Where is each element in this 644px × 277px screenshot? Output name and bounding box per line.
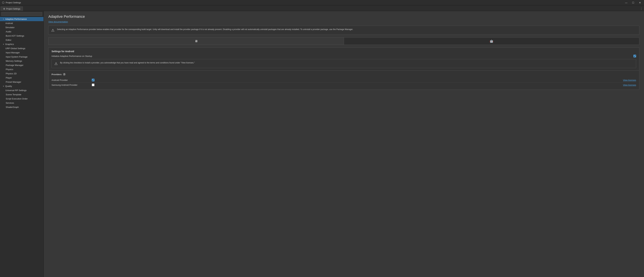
providers-section: Providers ? Android Provider View licens… — [48, 71, 639, 90]
project-settings-tab[interactable]: ⚙ Project Settings — [1, 6, 23, 11]
title-bar-left: ⬡ Project Settings — [2, 1, 21, 4]
sidebar-item-label: Adaptive Performance — [5, 18, 27, 20]
tab-bar: ⚙ Project Settings ⋮ — [0, 5, 644, 11]
info-icon: ⚠ — [51, 28, 54, 32]
title-bar: ⬡ Project Settings — ☐ ✕ — [0, 0, 644, 5]
sidebar-item-universal-rp[interactable]: Universal RP Settings — [0, 88, 44, 92]
sidebar-item-shadergraph[interactable]: ShaderGraph — [0, 105, 44, 109]
close-button[interactable]: ✕ — [638, 1, 642, 4]
view-documentation-link[interactable]: View documentation — [48, 20, 68, 23]
provider-name: Samsung Android Provider — [52, 84, 88, 86]
content-area: Adaptive Performance View documentation … — [44, 11, 644, 277]
sidebar-item-package-manager[interactable]: Package Manager — [0, 63, 44, 67]
sidebar-item-memory-settings[interactable]: Memory Settings — [0, 59, 44, 63]
init-label: Initialize Adaptive Performance on Start… — [52, 55, 92, 58]
provider-checkbox-android-provider[interactable] — [92, 79, 94, 81]
sidebar-item-physics-2d[interactable]: Physics 2D — [0, 72, 44, 76]
sidebar-item-label: Android — [5, 22, 13, 24]
android-icon: 🤖 — [490, 39, 493, 43]
sidebar-item-label: Preset Manager — [6, 81, 21, 83]
sidebar-item-quality[interactable]: ▼Quality — [0, 84, 44, 88]
sidebar-item-player[interactable]: Player — [0, 76, 44, 80]
sidebar-item-label: Input System Package — [6, 56, 28, 58]
sidebar-item-label: Physics — [6, 68, 13, 71]
sidebar-items-container: ▼Adaptive PerformanceAndroidSimulatorAud… — [0, 17, 44, 109]
search-bar — [0, 11, 44, 17]
sidebar-item-label: Quality — [5, 85, 12, 88]
providers-list: Android Provider View licenses Samsung A… — [52, 78, 636, 87]
sidebar-item-label: Memory Settings — [6, 60, 22, 62]
expand-icon: ▼ — [3, 18, 4, 20]
provider-row-samsung-provider: Samsung Android Provider View licenses — [52, 82, 636, 87]
sidebar-item-label: Audio — [6, 30, 11, 33]
sidebar-item-burst-aot[interactable]: Burst AOT Settings — [0, 34, 44, 38]
providers-header: Providers ? — [52, 73, 636, 76]
unity-icon: ⬡ — [2, 1, 4, 4]
sidebar-item-physics[interactable]: Physics — [0, 67, 44, 72]
sidebar-item-urp-global[interactable]: URP Global Settings — [0, 46, 44, 50]
platform-tabs: 🖥 🤖 — [48, 38, 639, 45]
android-settings-section: Settings for Android Initialize Adaptive… — [48, 48, 639, 71]
sidebar-item-editor[interactable]: Editor — [0, 38, 44, 42]
sidebar-item-input-system[interactable]: Input System Package — [0, 55, 44, 59]
sidebar-item-label: Graphics — [5, 43, 14, 46]
provider-name: Android Provider — [52, 79, 88, 81]
providers-title: Providers — [52, 73, 62, 76]
sidebar-item-adaptive-performance[interactable]: ▼Adaptive Performance — [0, 17, 44, 21]
sidebar-item-android[interactable]: Android — [0, 21, 44, 25]
minimize-button[interactable]: — — [624, 1, 628, 4]
settings-section-title: Settings for Android — [52, 50, 636, 53]
sidebar-item-services[interactable]: Services — [0, 101, 44, 105]
sidebar-item-label: Physics 2D — [6, 72, 16, 75]
info-message-text: Selecting an Adaptive Performance provid… — [57, 28, 353, 31]
sidebar-item-label: Scene Template — [6, 93, 21, 96]
sidebar-item-label: Services — [6, 102, 14, 104]
sidebar-item-label: URP Global Settings — [5, 47, 25, 50]
sidebar-item-graphics[interactable]: ▼Graphics — [0, 42, 44, 46]
main-layout: ▼Adaptive PerformanceAndroidSimulatorAud… — [0, 11, 644, 277]
desktop-icon: 🖥 — [195, 40, 198, 43]
provider-row-android-provider: Android Provider View licenses — [52, 78, 636, 82]
maximize-button[interactable]: ☐ — [631, 1, 635, 4]
sidebar-item-label: Universal RP Settings — [5, 89, 26, 92]
init-checkbox[interactable] — [634, 55, 636, 58]
sidebar: ▼Adaptive PerformanceAndroidSimulatorAud… — [0, 11, 44, 277]
platform-tab-android[interactable]: 🤖 — [344, 38, 639, 45]
providers-help-icon[interactable]: ? — [63, 73, 66, 76]
page-title: Adaptive Performance — [48, 14, 639, 19]
expand-icon: ▼ — [3, 44, 4, 45]
info-message-box: ⚠ Selecting an Adaptive Performance prov… — [48, 26, 639, 35]
search-input[interactable] — [1, 12, 42, 16]
sidebar-item-label: Player — [6, 76, 12, 79]
title-bar-controls: — ☐ ✕ — [624, 1, 642, 4]
sidebar-item-audio[interactable]: Audio — [0, 30, 44, 34]
sidebar-item-label: Simulator — [5, 26, 14, 29]
title-bar-title: Project Settings — [6, 1, 21, 4]
gear-icon: ⚙ — [3, 8, 5, 10]
sidebar-item-preset-manager[interactable]: Preset Manager — [0, 80, 44, 84]
more-options-button[interactable]: ⋮ — [640, 7, 644, 11]
platform-tab-desktop[interactable]: 🖥 — [48, 38, 344, 45]
init-setting-row: Initialize Adaptive Performance on Start… — [52, 55, 636, 58]
sidebar-item-label: Editor — [6, 39, 12, 41]
tab-label: Project Settings — [6, 8, 20, 10]
sidebar-item-label: Script Execution Order — [6, 98, 28, 100]
sidebar-item-scene-template[interactable]: Scene Template — [0, 92, 44, 97]
warning-icon: ⚠ — [54, 62, 58, 66]
sidebar-item-simulator[interactable]: Simulator — [0, 25, 44, 30]
expand-icon: ▼ — [3, 86, 4, 87]
sidebar-item-label: Input Manager — [6, 51, 20, 54]
warning-text: By clicking the checkbox to install a pr… — [60, 61, 195, 64]
sidebar-item-input-manager[interactable]: Input Manager — [0, 50, 44, 55]
sidebar-item-script-execution[interactable]: Script Execution Order — [0, 97, 44, 101]
warning-box: ⚠ By clicking the checkbox to install a … — [52, 59, 636, 68]
provider-checkbox-samsung-provider[interactable] — [92, 84, 94, 86]
sidebar-item-label: Package Manager — [6, 64, 24, 66]
sidebar-item-label: ShaderGraph — [6, 106, 19, 108]
view-licenses-link-samsung-provider[interactable]: View licenses — [623, 84, 636, 86]
sidebar-item-label: Burst AOT Settings — [6, 34, 24, 37]
view-licenses-link-android-provider[interactable]: View licenses — [623, 79, 636, 81]
